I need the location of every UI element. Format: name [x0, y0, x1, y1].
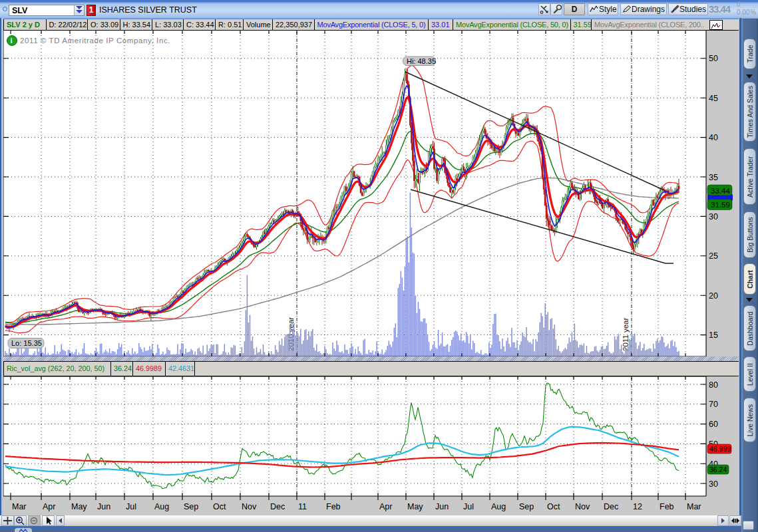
- svg-text:Aug: Aug: [154, 502, 169, 511]
- svg-text:36.24: 36.24: [709, 466, 727, 473]
- svg-text:Nov: Nov: [575, 502, 590, 511]
- svg-text:Dec: Dec: [270, 502, 285, 511]
- svg-text:Aug: Aug: [491, 502, 506, 511]
- svg-text:45: 45: [709, 94, 718, 103]
- svg-text:Feb: Feb: [660, 502, 674, 511]
- svg-text:80: 80: [709, 380, 718, 390]
- svg-text:Mar: Mar: [12, 502, 27, 511]
- svg-text:Hi: 48.35: Hi: 48.35: [407, 57, 436, 65]
- svg-text:Jun: Jun: [435, 502, 449, 511]
- svg-text:Jul: Jul: [126, 502, 136, 511]
- svg-text:Sep: Sep: [519, 502, 534, 511]
- svg-text:Dec: Dec: [604, 502, 618, 511]
- svg-text:70: 70: [709, 400, 718, 409]
- svg-text:30: 30: [709, 212, 718, 221]
- svg-text:25: 25: [709, 251, 718, 261]
- svg-text:33.44: 33.44: [711, 187, 730, 195]
- svg-text:50: 50: [709, 54, 718, 63]
- svg-text:Jul: Jul: [463, 502, 474, 511]
- svg-text:2011 © TD Ameritrade IP Compan: 2011 © TD Ameritrade IP Company, Inc.: [20, 37, 170, 45]
- svg-text:Apr: Apr: [379, 502, 392, 511]
- svg-text:Nov: Nov: [242, 502, 257, 511]
- svg-text:Oct: Oct: [213, 502, 226, 511]
- svg-text:40: 40: [709, 133, 718, 142]
- svg-text:Mar: Mar: [687, 502, 701, 511]
- svg-text:35: 35: [709, 173, 718, 182]
- svg-text:i: i: [11, 37, 13, 45]
- svg-text:Apr: Apr: [43, 502, 55, 511]
- svg-text:60: 60: [709, 420, 718, 429]
- svg-text:Lo: 15.35: Lo: 15.35: [11, 339, 42, 347]
- svg-text:2011 year: 2011 year: [622, 318, 630, 351]
- svg-text:20: 20: [709, 291, 718, 301]
- svg-text:46.999: 46.999: [709, 445, 731, 453]
- svg-text:11: 11: [298, 502, 307, 511]
- svg-text:Feb: Feb: [326, 502, 341, 511]
- svg-text:31.59: 31.59: [711, 201, 730, 209]
- svg-text:May: May: [407, 502, 423, 511]
- svg-text:30: 30: [709, 479, 718, 489]
- svg-text:12: 12: [633, 502, 642, 511]
- svg-text:Oct: Oct: [547, 502, 560, 511]
- svg-text:Jun: Jun: [97, 502, 110, 511]
- svg-text:15: 15: [709, 331, 718, 340]
- svg-text:Sep: Sep: [184, 502, 198, 511]
- svg-text:May: May: [71, 502, 87, 511]
